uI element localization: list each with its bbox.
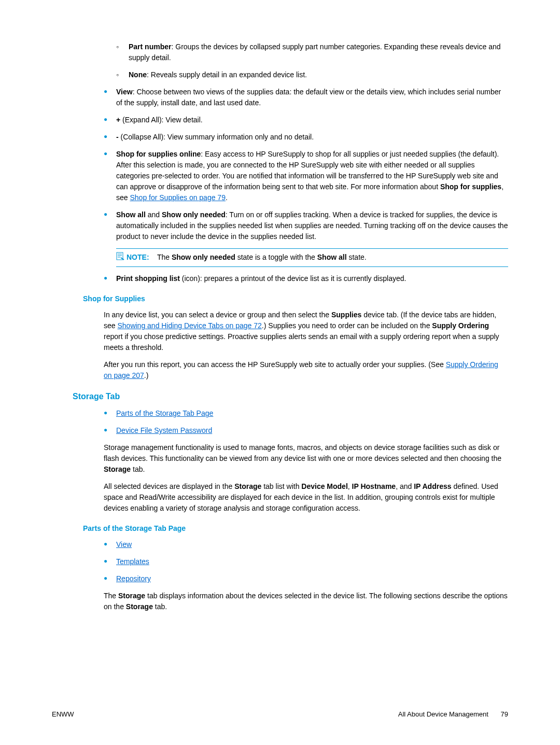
view-link[interactable]: View	[116, 540, 132, 549]
st2-bold4: IP Address	[414, 482, 451, 490]
device-fs-password-link[interactable]: Device File System Password	[116, 426, 212, 434]
show-all-text: and	[146, 210, 162, 219]
view-text: : Choose between two views of the suppli…	[116, 88, 501, 107]
st2-bold3: IP Hostname	[352, 482, 396, 490]
bullet-link-view: View	[104, 539, 508, 550]
st1-post: tab.	[131, 465, 145, 473]
st2-bold2: Device Model	[301, 482, 347, 490]
bullet-item-collapse: - (Collapse All): View summary informati…	[104, 132, 508, 143]
bullet-item-shop-online: Shop for supplies online: Easy access to…	[104, 149, 508, 203]
st2-mid2: ,	[348, 482, 352, 490]
note-post: state.	[347, 253, 367, 261]
st2-mid1: tab list with	[261, 482, 301, 490]
st2-bold1: Storage	[234, 482, 261, 490]
sub-bullet-item: None: Reveals supply detail in an expand…	[116, 69, 508, 80]
st2-pre: All selected devices are displayed in th…	[104, 482, 234, 490]
bullet-item-print-list: Print shopping list (icon): prepares a p…	[104, 273, 508, 284]
note-bold2: Show all	[317, 253, 347, 261]
shop-supplies-para2: After you run this report, you can acces…	[104, 359, 508, 381]
ps-post: tab.	[153, 602, 167, 611]
shop-supplies-para1: In any device list, you can select a dev…	[104, 310, 508, 353]
shop-for-supplies-heading: Shop for Supplies	[83, 293, 508, 304]
none-label: None	[129, 71, 147, 79]
repository-link[interactable]: Repository	[116, 574, 151, 583]
bullet-item-show-all: Show all and Show only needed: Turn on o…	[104, 209, 508, 242]
sfp1-mid2: .) Supplies you need to order can be inc…	[262, 321, 432, 330]
show-only-needed-label: Show only needed	[162, 210, 226, 219]
expand-label: +	[116, 116, 120, 124]
sub-bullet-item: Part number: Groups the devices by colla…	[116, 41, 508, 63]
note-bold1: Show only needed	[172, 253, 235, 261]
view-label: View	[116, 88, 133, 96]
bullet-link-device-fs-password: Device File System Password	[104, 425, 508, 436]
none-text: : Reveals supply detail in an expanded d…	[147, 71, 307, 79]
print-list-label: Print shopping list	[116, 274, 180, 283]
footer-left: ENWW	[52, 709, 74, 720]
storage-para2: All selected devices are displayed in th…	[104, 481, 508, 514]
storage-para1: Storage management functionality is used…	[104, 442, 508, 475]
parts-storage-link[interactable]: Parts of the Storage Tab Page	[116, 409, 213, 417]
sfp2-post: .)	[144, 371, 149, 379]
sfp2-pre: After you run this report, you can acces…	[104, 360, 446, 369]
collapse-text: (Collapse All): View summary information…	[119, 133, 314, 141]
note-icon	[116, 252, 124, 263]
sfp1-post: report if you chose predictive settings.…	[104, 332, 499, 352]
bullet-link-repository: Repository	[104, 573, 508, 584]
bullet-link-parts-storage: Parts of the Storage Tab Page	[104, 408, 508, 419]
show-all-label: Show all	[116, 210, 146, 219]
shop-supplies-bold: Shop for supplies	[440, 182, 501, 191]
bullet-item-expand: + (Expand All): View detail.	[104, 115, 508, 125]
note-box: NOTE: The Show only needed state is a to…	[116, 248, 508, 267]
sfp1-pre: In any device list, you can select a dev…	[104, 311, 331, 319]
page-number: 79	[501, 710, 508, 718]
note-pre: The	[157, 253, 172, 261]
parts-storage-heading: Parts of the Storage Tab Page	[83, 523, 508, 534]
part-number-text: : Groups the devices by collapsed supply…	[129, 43, 501, 62]
showing-hiding-link[interactable]: Showing and Hiding Device Tabs on page 7…	[117, 321, 261, 330]
st1-bold: Storage	[104, 465, 131, 473]
bullet-item-view: View: Choose between two views of the su…	[104, 87, 508, 108]
bullet-link-templates: Templates	[104, 556, 508, 567]
sfp1-bold2: Supply Ordering	[432, 321, 489, 330]
ps-pre: The	[104, 592, 118, 600]
print-list-text: (icon): prepares a printout of the devic…	[180, 274, 407, 283]
page-footer: ENWW All About Device Management 79	[52, 709, 508, 720]
shop-supplies-link[interactable]: Shop for Supplies on page 79	[130, 193, 225, 202]
st1-pre: Storage management functionality is used…	[104, 443, 501, 462]
part-number-label: Part number	[129, 43, 171, 51]
shop-online-label: Shop for supplies online	[116, 150, 201, 158]
sfp1-bold1: Supplies	[331, 311, 361, 319]
st2-mid3: , and	[396, 482, 414, 490]
storage-tab-heading: Storage Tab	[73, 390, 508, 403]
footer-right: All About Device Management 79	[398, 709, 508, 720]
shop-online-text3: .	[226, 193, 228, 202]
ps-bold1: Storage	[118, 592, 145, 600]
parts-storage-para: The Storage tab displays information abo…	[104, 591, 508, 612]
ps-bold2: Storage	[126, 602, 153, 611]
templates-link[interactable]: Templates	[116, 557, 149, 566]
note-mid: state is a toggle with the	[235, 253, 317, 261]
note-label: NOTE:	[127, 253, 149, 261]
expand-text: (Expand All): View detail.	[120, 116, 203, 124]
footer-section-title: All About Device Management	[398, 710, 488, 718]
